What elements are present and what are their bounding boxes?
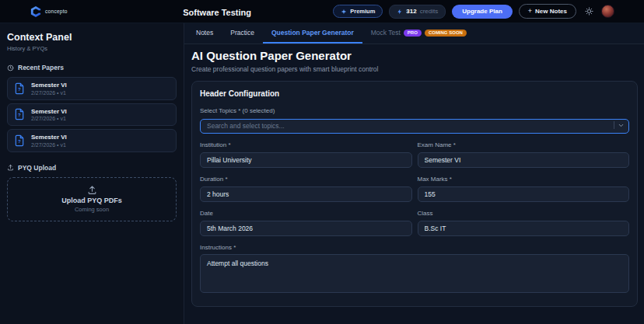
upload-title: Upload PYQ PDFs — [61, 197, 122, 204]
new-notes-button[interactable]: + New Notes — [519, 4, 576, 19]
upload-pyq-dropzone[interactable]: Upload PYQ PDFs Coming soon — [7, 177, 177, 221]
svg-text:?: ? — [18, 113, 21, 118]
premium-label: Premium — [350, 8, 375, 15]
duration-input[interactable] — [200, 186, 412, 202]
plus-icon: + — [528, 8, 532, 15]
tab-notes[interactable]: Notes — [187, 23, 222, 44]
clock-icon — [7, 64, 14, 71]
tabbar: Notes Practice Question Paper Generator … — [184, 23, 644, 44]
recent-papers-header: Recent Papers — [7, 64, 177, 71]
institution-label: Institution * — [200, 141, 412, 148]
tab-practice[interactable]: Practice — [222, 23, 263, 44]
pyq-upload-header: PYQ Upload — [7, 164, 177, 172]
premium-button[interactable]: Premium — [333, 5, 383, 18]
upload-subtitle: Coming soon — [75, 206, 109, 213]
user-avatar[interactable] — [601, 5, 614, 18]
sparkle-icon — [341, 9, 347, 15]
generator-subheading: Create professional question papers with… — [191, 65, 638, 73]
duration-label: Duration * — [200, 176, 412, 183]
brand-hexagon-icon — [30, 5, 42, 18]
institution-input[interactable] — [200, 152, 412, 168]
topbar-actions: Premium 312 credits Upgrade Plan + New N… — [333, 4, 614, 19]
lightning-icon — [397, 9, 403, 15]
upload-icon — [7, 164, 14, 171]
topics-search-input[interactable] — [200, 119, 629, 134]
credits-value: 312 — [406, 8, 416, 15]
pro-badge: PRO — [404, 30, 422, 37]
topics-combobox — [200, 117, 629, 134]
paper-list-item[interactable]: ? Semester VI 2/27/2026 • v1 — [7, 129, 177, 152]
svg-text:?: ? — [18, 87, 21, 92]
tab-mock-test[interactable]: Mock Test PRO COMING SOON — [362, 23, 475, 44]
recent-papers-list: ? Semester VI 2/27/2026 • v1 ? Semester … — [7, 77, 177, 152]
credits-chip[interactable]: 312 credits — [389, 5, 446, 19]
topbar: concepto Software Testing Premium 312 cr… — [0, 0, 644, 23]
credits-label: credits — [420, 8, 439, 15]
context-panel-sidebar: Context Panel History & PYQs Recent Pape… — [0, 23, 184, 324]
max-marks-label: Max Marks * — [418, 176, 630, 183]
paper-list-item[interactable]: ? Semester VI 2/27/2026 • v1 — [7, 77, 177, 100]
page-title: Software Testing — [183, 8, 251, 17]
exam-name-input[interactable] — [418, 152, 630, 168]
class-input[interactable] — [418, 221, 630, 236]
date-label: Date — [200, 210, 412, 217]
exam-name-label: Exam Name * — [418, 141, 630, 148]
question-paper-icon: ? — [13, 134, 26, 147]
question-paper-icon: ? — [13, 108, 26, 120]
topbar-title-wrap: Software Testing — [101, 5, 333, 19]
header-configuration-card: Header Configuration Select Topics * (0 … — [191, 81, 638, 307]
upgrade-plan-button[interactable]: Upgrade Plan — [452, 5, 513, 19]
generator-heading: AI Question Paper Generator — [191, 49, 638, 62]
coming-soon-badge: COMING SOON — [425, 30, 467, 37]
svg-text:?: ? — [18, 139, 21, 144]
new-notes-label: New Notes — [535, 8, 567, 15]
generator-content: AI Question Paper Generator Create profe… — [184, 44, 644, 307]
theme-toggle-sun-icon[interactable] — [583, 5, 595, 18]
tab-question-paper-generator[interactable]: Question Paper Generator — [263, 23, 362, 44]
paper-list-item[interactable]: ? Semester VI 2/27/2026 • v1 — [7, 103, 177, 127]
question-paper-icon: ? — [13, 82, 26, 95]
class-label: Class — [418, 210, 630, 217]
upload-tray-icon — [87, 185, 97, 195]
select-topics-label: Select Topics * (0 selected) — [200, 107, 629, 114]
sidebar-subtitle: History & PYQs — [7, 45, 177, 52]
instructions-label: Instructions * — [200, 244, 629, 251]
date-input[interactable] — [200, 221, 412, 236]
instructions-textarea[interactable]: Attempt all questions — [200, 254, 629, 293]
card-title: Header Configuration — [200, 89, 629, 98]
max-marks-input[interactable] — [418, 186, 630, 202]
sidebar-title: Context Panel — [7, 32, 177, 43]
app-logo[interactable]: concepto — [30, 5, 101, 18]
brand-name: concepto — [45, 9, 68, 14]
main-area: Notes Practice Question Paper Generator … — [184, 23, 644, 324]
